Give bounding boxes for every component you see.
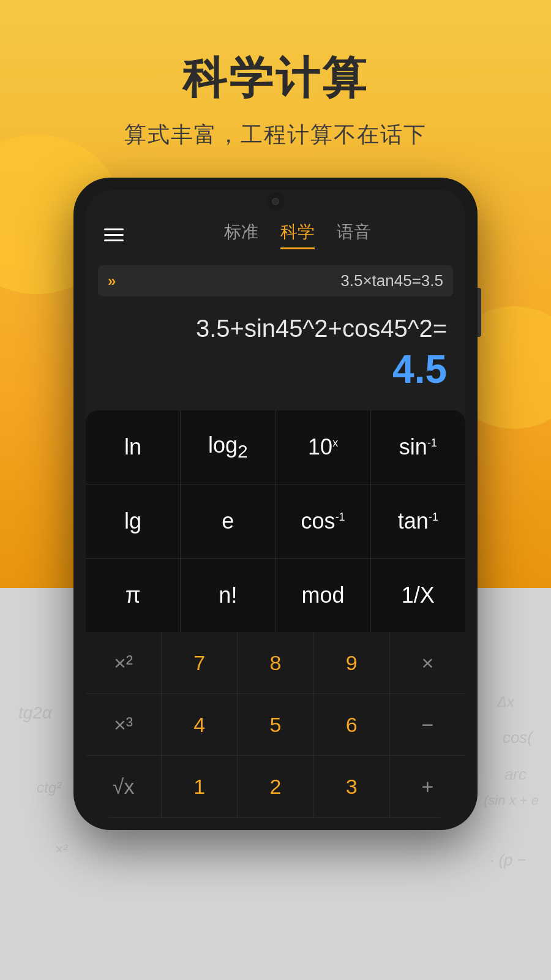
key-cos-inv[interactable]: cos-1: [276, 484, 371, 558]
power-button: [478, 288, 481, 337]
key-multiply-label: ×: [421, 651, 433, 675]
key-1[interactable]: 1: [162, 756, 238, 817]
key-8-label: 8: [270, 651, 282, 675]
camera-dot: [272, 198, 279, 205]
key-sqrt-label: √x: [113, 775, 135, 799]
menu-line-2: [104, 234, 124, 236]
key-9[interactable]: 9: [314, 632, 390, 693]
key-cube[interactable]: ×³: [86, 694, 162, 755]
key-sin-inv-label: sin-1: [399, 434, 437, 460]
num-row-3: √x 1 2 3 +: [86, 756, 465, 818]
key-tan-inv-label: tan-1: [398, 508, 438, 534]
main-title: 科学计算: [0, 49, 551, 108]
num-row-1: ×² 7 8 9 ×: [86, 632, 465, 694]
key-reciprocal-label: 1/X: [402, 582, 435, 608]
key-pi[interactable]: π: [86, 559, 181, 632]
key-subtract[interactable]: −: [390, 694, 465, 755]
key-7[interactable]: 7: [162, 632, 238, 693]
key-sin-inv[interactable]: sin-1: [371, 410, 465, 484]
phone-mockup: 标准 科学 语音 » 3.5×tan45=3.5 3.5+sin45^2+cos…: [73, 178, 478, 830]
history-text: 3.5×tan45=3.5: [122, 271, 443, 290]
key-5-label: 5: [270, 713, 282, 737]
phone-screen: 标准 科学 语音 » 3.5×tan45=3.5 3.5+sin45^2+cos…: [86, 190, 465, 818]
key-5[interactable]: 5: [238, 694, 313, 755]
header-section: 科学计算 算式丰富，工程计算不在话下: [0, 0, 551, 150]
key-factorial[interactable]: n!: [181, 559, 276, 632]
key-sqrt[interactable]: √x: [86, 756, 162, 817]
phone-frame: 标准 科学 语音 » 3.5×tan45=3.5 3.5+sin45^2+cos…: [73, 178, 478, 830]
key-1-label: 1: [193, 775, 205, 799]
phone-notch: [266, 192, 285, 211]
tab-voice[interactable]: 语音: [337, 221, 371, 249]
key-log2-label: log2: [208, 432, 248, 462]
history-bar: » 3.5×tan45=3.5: [98, 265, 453, 296]
tab-standard[interactable]: 标准: [224, 221, 258, 249]
key-2[interactable]: 2: [238, 756, 313, 817]
key-6[interactable]: 6: [314, 694, 390, 755]
display-area: » 3.5×tan45=3.5 3.5+sin45^2+cos45^2= 4.5: [86, 259, 465, 410]
sci-keypad: ln log2 10x sin-1 lg: [86, 410, 465, 632]
key-6-label: 6: [346, 713, 358, 737]
chevron-icon: »: [108, 273, 116, 290]
key-2-label: 2: [270, 775, 282, 799]
tab-scientific[interactable]: 科学: [280, 221, 315, 249]
key-factorial-label: n!: [219, 582, 237, 608]
key-ln-label: ln: [124, 434, 141, 460]
key-lg-label: lg: [124, 508, 141, 534]
tab-list: 标准 科学 语音: [148, 221, 447, 249]
key-8[interactable]: 8: [238, 632, 313, 693]
key-10x[interactable]: 10x: [276, 410, 371, 484]
key-pi-label: π: [126, 582, 141, 608]
key-e[interactable]: e: [181, 484, 276, 558]
key-lg[interactable]: lg: [86, 484, 181, 558]
key-tan-inv[interactable]: tan-1: [371, 484, 465, 558]
key-sq[interactable]: ×²: [86, 632, 162, 693]
key-mod[interactable]: mod: [276, 559, 371, 632]
key-4-label: 4: [193, 713, 205, 737]
key-4[interactable]: 4: [162, 694, 238, 755]
key-log2[interactable]: log2: [181, 410, 276, 484]
num-pad: ×² 7 8 9 ×: [86, 632, 465, 818]
key-3[interactable]: 3: [314, 756, 390, 817]
key-subtract-label: −: [421, 713, 433, 737]
menu-button[interactable]: [104, 228, 124, 241]
key-ln[interactable]: ln: [86, 410, 181, 484]
key-7-label: 7: [193, 651, 205, 675]
subtitle: 算式丰富，工程计算不在话下: [0, 120, 551, 150]
key-sq-label: ×²: [114, 651, 133, 675]
menu-line-3: [104, 239, 124, 241]
menu-line-1: [104, 228, 124, 230]
expression-display: 3.5+sin45^2+cos45^2=: [98, 306, 453, 347]
sci-row-3: π n! mod 1/X: [86, 559, 465, 632]
sci-row-2: lg e cos-1 tan-1: [86, 484, 465, 559]
key-cube-label: ×³: [114, 713, 133, 737]
key-add-label: +: [421, 775, 433, 799]
key-e-label: e: [222, 508, 234, 534]
key-3-label: 3: [346, 775, 358, 799]
key-add[interactable]: +: [390, 756, 465, 817]
key-cos-inv-label: cos-1: [301, 508, 345, 534]
key-reciprocal[interactable]: 1/X: [371, 559, 465, 632]
key-10x-label: 10x: [308, 434, 338, 460]
num-row-2: ×³ 4 5 6 −: [86, 694, 465, 756]
sci-row-1: ln log2 10x sin-1: [86, 410, 465, 484]
result-display: 4.5: [98, 347, 453, 398]
key-mod-label: mod: [302, 582, 345, 608]
key-multiply[interactable]: ×: [390, 632, 465, 693]
key-9-label: 9: [346, 651, 358, 675]
